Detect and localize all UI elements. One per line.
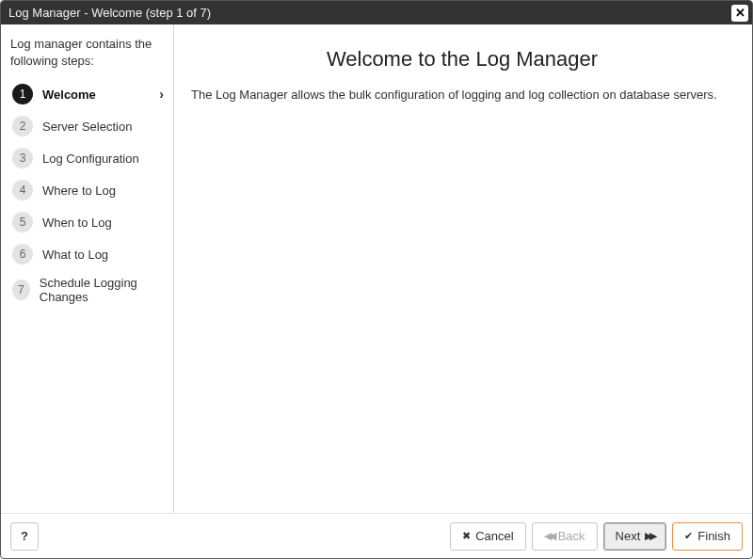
wizard-step-6[interactable]: 6What to Log› [10,238,169,270]
step-number-badge: 1 [12,84,33,104]
step-label: When to Log [42,216,168,230]
back-label: Back [558,529,585,543]
dialog-footer: ? ✖ Cancel ◀◀ Back Next ▶▶ ✔ Finish [1,513,752,558]
log-manager-dialog: Log Manager - Welcome (step 1 of 7) ✕ Lo… [0,0,753,559]
step-label: What to Log [42,248,168,262]
page-description: The Log Manager allows the bulk configur… [191,87,733,104]
step-number-badge: 2 [12,116,33,136]
chevron-right-icon: › [159,87,168,102]
page-heading: Welcome to the Log Manager [191,47,733,72]
step-label: Where to Log [42,184,168,198]
rewind-icon: ◀◀ [544,531,553,541]
next-label: Next [616,529,641,543]
step-number-badge: 4 [12,180,33,200]
wizard-step-4[interactable]: 4Where to Log› [10,174,169,206]
wizard-step-7[interactable]: 7Schedule Logging Changes› [10,270,169,310]
forward-icon: ▶▶ [645,531,654,541]
help-button[interactable]: ? [10,522,39,551]
sidebar-intro: Log manager contains the following steps… [10,36,169,69]
step-label: Schedule Logging Changes [40,276,168,304]
step-number-badge: 3 [12,148,33,168]
footer-right-group: ✖ Cancel ◀◀ Back Next ▶▶ ✔ Finish [450,522,743,551]
cancel-label: Cancel [475,529,513,543]
wizard-step-3[interactable]: 3Log Configuration› [10,142,169,174]
step-number-badge: 7 [12,280,30,300]
check-icon: ✔ [684,531,693,541]
window-title: Log Manager - Welcome (step 1 of 7) [8,6,211,20]
wizard-step-2[interactable]: 2Server Selection› [10,110,169,142]
help-icon: ? [21,529,28,543]
dialog-body: Log manager contains the following steps… [1,24,752,513]
close-icon[interactable]: ✕ [731,5,748,22]
cancel-button[interactable]: ✖ Cancel [450,522,525,551]
wizard-step-1[interactable]: 1Welcome› [10,78,169,110]
finish-label: Finish [697,529,730,543]
wizard-step-5[interactable]: 5When to Log› [10,206,169,238]
step-label: Welcome [42,88,150,102]
wizard-sidebar: Log manager contains the following steps… [1,24,174,513]
step-number-badge: 5 [12,212,33,232]
next-button[interactable]: Next ▶▶ [603,522,667,551]
back-button[interactable]: ◀◀ Back [532,522,598,551]
step-label: Server Selection [42,120,168,134]
step-label: Log Configuration [42,152,168,166]
step-number-badge: 6 [12,244,33,264]
x-icon: ✖ [462,531,471,541]
wizard-main-panel: Welcome to the Log Manager The Log Manag… [174,24,752,513]
wizard-step-list: 1Welcome›2Server Selection›3Log Configur… [10,78,169,310]
titlebar: Log Manager - Welcome (step 1 of 7) ✕ [1,1,752,24]
finish-button[interactable]: ✔ Finish [672,522,743,551]
